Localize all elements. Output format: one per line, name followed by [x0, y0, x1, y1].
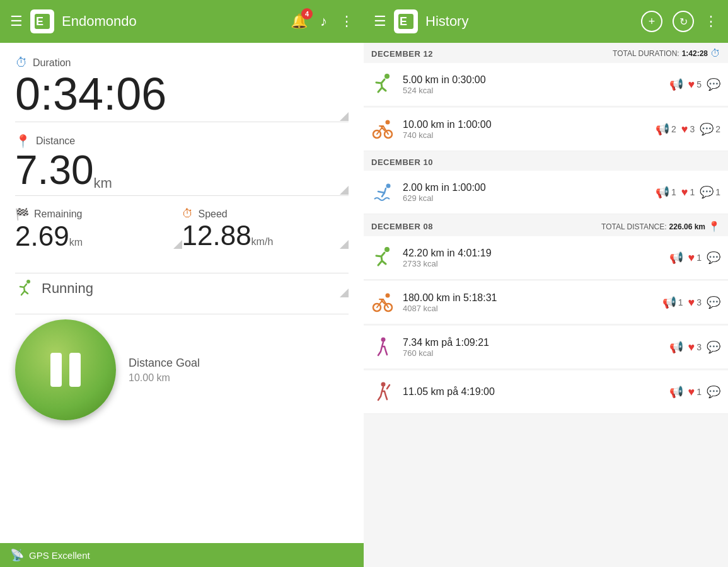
workout-card-2-0[interactable]: 42.20 km in 4:01:19 2733 kcal 📢 ♥ 1 💬 [364, 236, 728, 280]
workout-stats-1-0: 📢 1 ♥ 1 💬 1 [656, 185, 720, 199]
notification-bell[interactable]: 🔔 4 [291, 13, 308, 30]
comment-muted-group: 💬 [707, 295, 720, 309]
heart-icon: ♥ [681, 186, 688, 199]
workout-info-2-3: 11.05 km på 4:19:00 [403, 386, 663, 398]
svg-point-9 [386, 184, 391, 188]
pause-button[interactable] [15, 319, 116, 420]
menu-icon[interactable]: ☰ [10, 13, 23, 30]
right-header-icons: + ↻ ⋮ [641, 11, 718, 32]
cheer-icon: 📢 [656, 122, 669, 136]
workout-sub-2-0: 2733 kcal [403, 259, 663, 268]
workout-main-2-1: 180.00 km in 5:18:31 [403, 292, 656, 304]
overflow-menu-button[interactable]: ⋮ [340, 13, 354, 30]
date-label-2: DECEMBER 08 [371, 222, 433, 231]
workout-sub-1-0: 629 kcal [403, 193, 649, 203]
heart-icon: ♥ [688, 78, 695, 91]
right-overflow-button[interactable]: ⋮ [704, 13, 718, 30]
gps-icon: 📡 [10, 548, 24, 562]
svg-text:E: E [400, 15, 407, 28]
workout-info-2-2: 7.34 km på 1:09:21 760 kcal [403, 337, 663, 358]
workout-sub-0-1: 740 kcal [403, 130, 649, 140]
cheer-group: 📢 2 [656, 122, 676, 136]
duration-section: ⏱ Duration 0:34:06 [15, 55, 349, 122]
comment-muted-icon: 💬 [707, 385, 720, 399]
heart-group: ♥ 1 [688, 251, 702, 265]
cheer-muted-group: 📢 [669, 385, 683, 399]
goal-section: Distance Goal 10.00 km [129, 357, 349, 384]
workout-main-1-0: 2.00 km in 1:00:00 [403, 182, 649, 193]
comment-muted-group: 💬 [707, 77, 720, 91]
heart-group: ♥ 1 [688, 386, 702, 399]
music-button[interactable]: ♪ [320, 13, 327, 30]
workout-info-2-0: 42.20 km in 4:01:19 2733 kcal [403, 248, 663, 268]
svg-point-10 [384, 247, 390, 252]
distance-value: 7.30km [15, 150, 349, 190]
total-icon-0: ⏱ [710, 48, 720, 59]
speed-value: 12.88km/h [182, 222, 349, 249]
notification-badge: 4 [301, 8, 313, 20]
date-label-1: DECEMBER 10 [371, 158, 433, 167]
svg-point-2 [26, 280, 30, 284]
date-total-2: TOTAL DISTANCE: 226.06 km 📍 [601, 220, 720, 232]
distance-section: 📍 Distance 7.30km [15, 134, 349, 196]
header-icons: 🔔 4 ♪ ⋮ [291, 13, 354, 30]
right-menu-icon[interactable]: ☰ [374, 13, 386, 30]
speed-label: ⏱ Speed [182, 207, 349, 220]
activity-icon-walk [369, 333, 396, 361]
svg-text:E: E [36, 15, 43, 28]
workout-card-2-1[interactable]: 180.00 km in 5:18:31 4087 kcal 📢 1 ♥ 3 💬 [364, 281, 728, 324]
comment-muted-icon: 💬 [707, 77, 720, 91]
workout-card-1-0[interactable]: 2.00 km in 1:00:00 629 kcal 📢 1 ♥ 1 💬 1 [364, 171, 728, 214]
heart-icon: ♥ [688, 251, 695, 265]
heart-group: ♥ 3 [688, 341, 702, 354]
workout-stats-2-0: 📢 ♥ 1 💬 [669, 251, 720, 265]
activity-icon-bike [369, 115, 396, 143]
two-col-stats: 🏁 Remaining 2.69km ⏱ Speed 12.88km/h [15, 207, 349, 261]
comment-muted-group: 💬 [707, 340, 720, 354]
left-header: ☰ E Endomondo 🔔 4 ♪ ⋮ [0, 0, 364, 43]
workout-info-2-1: 180.00 km in 5:18:31 4087 kcal [403, 292, 656, 313]
svg-point-15 [381, 382, 386, 387]
refresh-button[interactable]: ↻ [673, 11, 694, 32]
workout-card-2-3[interactable]: 11.05 km på 4:19:00 📢 ♥ 1 💬 [364, 370, 728, 414]
heart-icon: ♥ [681, 123, 688, 136]
workout-main-2-0: 42.20 km in 4:01:19 [403, 248, 663, 259]
workout-main-0-1: 10.00 km in 1:00:00 [403, 119, 649, 130]
svg-point-11 [386, 294, 390, 298]
comment-group: 💬 1 [700, 185, 720, 199]
activity-icon-bike [369, 289, 396, 316]
heart-group: ♥ 3 [688, 296, 702, 309]
cheer-icon: 📢 [656, 185, 669, 199]
logo-box: E [30, 9, 54, 33]
date-label-0: DECEMBER 12 [371, 49, 433, 59]
workout-stats-0-1: 📢 2 ♥ 3 💬 2 [656, 122, 720, 136]
workout-info-0-1: 10.00 km in 1:00:00 740 kcal [403, 119, 649, 140]
heart-icon: ♥ [688, 386, 695, 399]
cheer-group: 📢 1 [656, 185, 676, 199]
speedometer-icon: ⏱ [182, 207, 194, 220]
total-icon-2: 📍 [708, 220, 720, 232]
workout-card-2-2[interactable]: 7.34 km på 1:09:21 760 kcal 📢 ♥ 3 💬 [364, 326, 728, 369]
pin-icon: 📍 [15, 134, 31, 149]
date-section-2: DECEMBER 08 TOTAL DISTANCE: 226.06 km 📍 [364, 215, 728, 235]
heart-group: ♥ 5 [688, 78, 702, 91]
comment-muted-icon: 💬 [707, 340, 720, 354]
activity-icon-run [369, 244, 396, 272]
svg-point-5 [384, 74, 390, 79]
workout-info-0-0: 5.00 km in 0:30:00 524 kcal [403, 74, 663, 95]
workout-sub-0-0: 524 kcal [403, 86, 663, 95]
distance-label: 📍 Distance [15, 134, 349, 149]
heart-icon: ♥ [688, 296, 695, 309]
pause-icon [50, 353, 81, 387]
workout-stats-0-0: 📢 ♥ 5 💬 [669, 77, 720, 91]
comment-group: 💬 2 [700, 122, 720, 136]
clock-icon: ⏱ [15, 55, 28, 70]
workout-card-0-0[interactable]: 5.00 km in 0:30:00 524 kcal 📢 ♥ 5 💬 [364, 63, 728, 106]
workout-card-0-1[interactable]: 10.00 km in 1:00:00 740 kcal 📢 2 ♥ 3 💬 2 [364, 108, 728, 151]
svg-point-6 [386, 120, 390, 125]
history-title: History [425, 13, 633, 30]
right-header: ☰ E History + ↻ ⋮ [364, 0, 728, 43]
duration-label: ⏱ Duration [15, 55, 349, 70]
add-button[interactable]: + [641, 11, 662, 32]
date-section-1: DECEMBER 10 [364, 152, 728, 169]
